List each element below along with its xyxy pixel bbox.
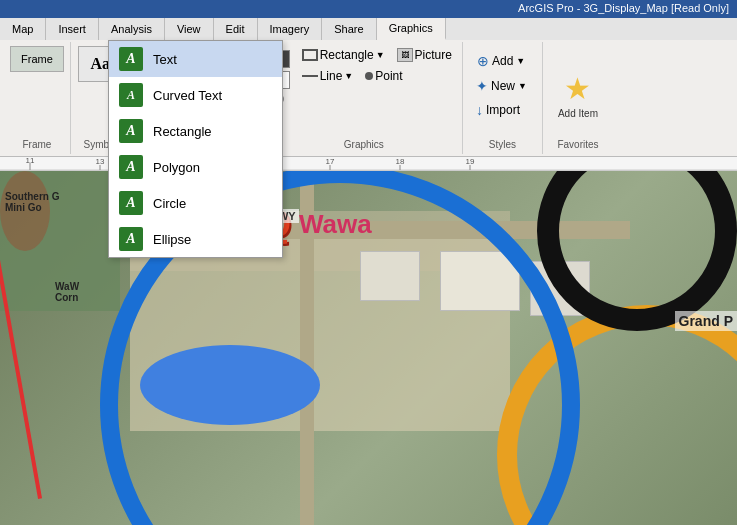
star-icon[interactable]: ★ [564, 74, 591, 104]
point-label: Point [375, 69, 402, 83]
tab-bar: Map Insert Analysis View Edit Imagery Sh… [0, 18, 737, 40]
title-bar: ArcGIS Pro - 3G_Display_Map [Read Only] [0, 0, 737, 18]
graphics-btns: Rectangle ▼ 🖼 Picture Line ▼ [298, 46, 456, 85]
add-arrow: ▼ [516, 56, 525, 66]
menu-label-ellipse: Ellipse [153, 232, 191, 247]
menu-icon-polygon: A [119, 155, 143, 179]
svg-text:13: 13 [96, 157, 105, 166]
text-dropdown-menu: A Text A Curved Text A Rectangle A Polyg… [108, 40, 283, 258]
svg-text:17: 17 [326, 157, 335, 166]
tab-view[interactable]: View [165, 18, 214, 40]
menu-icon-rectangle: A [119, 119, 143, 143]
line-arrow: ▼ [344, 71, 353, 81]
tab-insert[interactable]: Insert [46, 18, 99, 40]
southern-label: Southern GMini Go [5, 191, 59, 213]
menu-icon-text: A [119, 47, 143, 71]
styles-group: ⊕ Add ▼ ✦ New ▼ ↓ Import Styles [463, 42, 543, 154]
tab-edit[interactable]: Edit [214, 18, 258, 40]
grand-label: Grand P [675, 311, 737, 331]
styles-btns: ⊕ Add ▼ ✦ New ▼ ↓ Import [471, 50, 532, 120]
favorites-group: ★ Add Item Favorites [543, 42, 613, 154]
point-btn[interactable]: Point [361, 67, 406, 85]
tab-imagery[interactable]: Imagery [258, 18, 323, 40]
wawa-logo: Wawa [299, 201, 372, 249]
menu-item-rectangle[interactable]: A Rectangle [109, 113, 282, 149]
picture-label: Picture [415, 48, 452, 62]
add-item-btn[interactable]: Add Item [558, 108, 598, 119]
tab-graphics[interactable]: Graphics [377, 18, 446, 40]
waw-label: WaWCorn [55, 281, 79, 303]
point-icon [365, 72, 373, 80]
menu-label-circle: Circle [153, 196, 186, 211]
svg-text:19: 19 [466, 157, 475, 166]
styles-content: ⊕ Add ▼ ✦ New ▼ ↓ Import [471, 46, 534, 139]
rectangle-label: Rectangle [320, 48, 374, 62]
menu-icon-circle: A [119, 191, 143, 215]
import-label: Import [486, 103, 520, 117]
menu-label-text: Text [153, 52, 177, 67]
rectangle-icon [302, 49, 318, 61]
favorites-content: ★ Add Item [558, 46, 598, 139]
tab-analysis[interactable]: Analysis [99, 18, 165, 40]
picture-btn[interactable]: 🖼 Picture [393, 46, 456, 64]
import-icon: ↓ [476, 102, 483, 118]
frame-label: Frame [22, 139, 51, 150]
menu-icon-ellipse: A [119, 227, 143, 251]
tab-share[interactable]: Share [322, 18, 376, 40]
menu-label-rectangle: Rectangle [153, 124, 212, 139]
new-style-btn[interactable]: ✦ New ▼ [471, 76, 532, 96]
favorites-label: Favorites [557, 139, 598, 150]
styles-label: Styles [471, 139, 534, 150]
menu-item-ellipse[interactable]: A Ellipse [109, 221, 282, 257]
title-text: ArcGIS Pro - 3G_Display_Map [Read Only] [518, 2, 729, 14]
new-arrow: ▼ [518, 81, 527, 91]
tab-map[interactable]: Map [0, 18, 46, 40]
menu-label-curved-text: Curved Text [153, 88, 222, 103]
menu-item-text[interactable]: A Text [109, 41, 282, 77]
menu-item-curved-text[interactable]: A Curved Text [109, 77, 282, 113]
import-style-btn[interactable]: ↓ Import [471, 100, 532, 120]
frame-group: Frame Frame [4, 42, 71, 154]
graphics-row-1: Rectangle ▼ 🖼 Picture [298, 46, 456, 64]
line-label: Line [320, 69, 343, 83]
menu-item-circle[interactable]: A Circle [109, 185, 282, 221]
menu-icon-curved-text: A [119, 83, 143, 107]
add-label: Add [492, 54, 513, 68]
line-btn[interactable]: Line ▼ [298, 67, 358, 85]
add-icon: ⊕ [477, 53, 489, 69]
picture-icon: 🖼 [397, 48, 413, 62]
menu-label-polygon: Polygon [153, 160, 200, 175]
new-label: New [491, 79, 515, 93]
new-icon: ✦ [476, 78, 488, 94]
svg-text:18: 18 [396, 157, 405, 166]
graphics-group: Rectangle ▼ 🖼 Picture Line ▼ [266, 42, 463, 154]
svg-text:11: 11 [26, 156, 35, 165]
line-icon [302, 75, 318, 77]
add-style-btn[interactable]: ⊕ Add ▼ [471, 50, 532, 72]
graphics-row-2: Line ▼ Point [298, 67, 456, 85]
rectangle-arrow: ▼ [376, 50, 385, 60]
menu-item-polygon[interactable]: A Polygon [109, 149, 282, 185]
graphics-label: Graphics [272, 139, 456, 150]
frame-btn[interactable]: Frame [10, 46, 64, 72]
rectangle-btn[interactable]: Rectangle ▼ [298, 46, 389, 64]
